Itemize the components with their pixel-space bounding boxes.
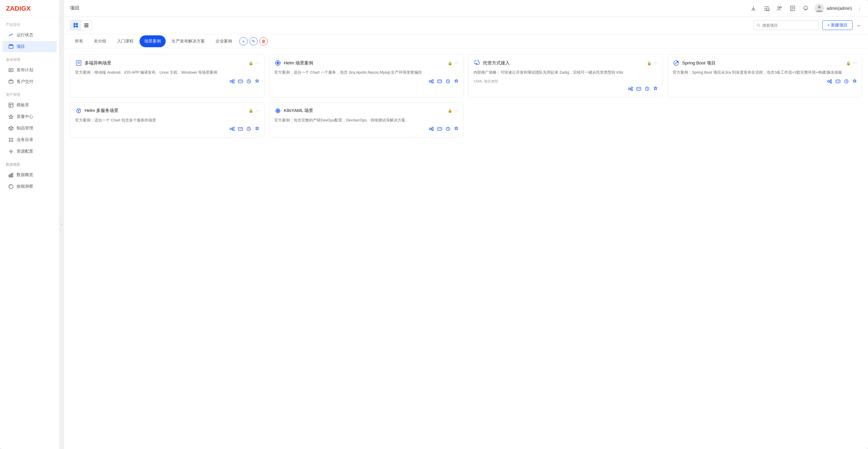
env-icon-5[interactable] <box>437 126 442 132</box>
insight-icon <box>8 184 14 189</box>
service-icon-3[interactable] <box>844 79 849 85</box>
artifact-icon <box>8 126 14 131</box>
project-card-spring-boot[interactable]: Spring Boot 项目 🔒 ··· 官方案例：Spring Boot 项目… <box>668 54 862 97</box>
svg-rect-34 <box>76 26 78 27</box>
search-box <box>753 21 819 30</box>
sidebar-item-xiaoneng[interactable]: 效能洞察 <box>2 181 57 192</box>
helm-multi-icon <box>75 107 82 114</box>
svg-rect-74 <box>830 80 832 81</box>
download-icon[interactable] <box>749 4 757 12</box>
docs-icon[interactable] <box>788 4 797 12</box>
workflow-icon-5[interactable] <box>429 126 434 132</box>
sidebar-item-kehu[interactable]: 客户交付 <box>2 76 57 87</box>
sidebar-item-zhipin[interactable]: 制品管理 <box>2 123 57 134</box>
card-more-3[interactable]: ··· <box>853 60 857 66</box>
card-actions-2 <box>473 86 658 92</box>
sidebar-item-xiangmu[interactable]: 项目 <box>2 41 57 52</box>
service-icon-0[interactable] <box>246 79 251 85</box>
card-desc-k8s-yaml: 官方案例：包含完整的产研DevOps配置，DevSecOps、持续测试等解决方案… <box>274 117 459 123</box>
list-view-button[interactable] <box>81 21 92 30</box>
card-more-5[interactable]: ··· <box>455 108 459 114</box>
section-label-publish: 发布管理 <box>0 53 59 64</box>
tab-ungrouped[interactable]: 未分组 <box>89 35 111 47</box>
sidebar-item-shuju[interactable]: 数据概览 <box>2 169 57 181</box>
svg-rect-1 <box>9 44 11 46</box>
card-header-helm-scene: Helm 场景案例 🔒 ··· <box>274 59 459 66</box>
workflow-icon-3[interactable] <box>827 79 832 85</box>
sidebar-item-mubankua[interactable]: 模板库 <box>2 99 57 111</box>
lock-icon-2: 🔒 <box>647 61 652 65</box>
project-card-hosted-access[interactable]: 托管方式接入 🔒 ··· 内部推广策略：可快速让开发和测试团队先用起来 Zadi… <box>468 54 663 97</box>
service-icon-2[interactable] <box>645 86 650 92</box>
workflow-icon-2[interactable] <box>628 86 633 92</box>
card-title-hosted-access: 托管方式接入 <box>483 60 645 66</box>
user-menu[interactable]: admin(admin) <box>814 4 852 13</box>
config-icon-3[interactable] <box>852 79 857 85</box>
svg-point-23 <box>778 6 779 8</box>
tab-add-button[interactable]: + <box>239 37 248 46</box>
service-icon-1[interactable] <box>445 79 450 85</box>
quality-icon <box>8 114 14 119</box>
svg-rect-3 <box>9 69 13 71</box>
card-header-helm-multi: Helm 多服务场景 🔒 ··· <box>75 107 259 114</box>
service-icon-5[interactable] <box>445 126 450 132</box>
sidebar-item-label-ziyuan: 资源配置 <box>17 149 33 154</box>
sidebar-item-yunxing[interactable]: 运行状态 <box>2 29 57 41</box>
sidebar-item-zhiliang[interactable]: 质量中心 <box>2 111 57 122</box>
card-more-2[interactable]: ··· <box>654 60 658 66</box>
header-more-button[interactable]: ⋮ <box>857 5 862 11</box>
tab-release[interactable]: 生产发布解决方案 <box>167 35 210 47</box>
tab-edit-button[interactable]: ✎ <box>249 37 258 46</box>
env-icon-4[interactable] <box>238 126 243 132</box>
project-grid: 多端异构场景 🔒 ··· 官方案例：移动端 Android、iOS APP 编译… <box>64 49 868 449</box>
search-input[interactable] <box>762 23 815 28</box>
logo: ZADIGX <box>0 0 59 18</box>
sidebar-section-product: 产品交付 运行状态 项目 <box>0 18 59 53</box>
main-content: 项目 <box>64 0 868 449</box>
env-icon-0[interactable] <box>238 79 243 85</box>
header: 项目 <box>64 0 868 17</box>
tab-enterprise[interactable]: 企业案例 <box>211 35 237 47</box>
svg-rect-2 <box>11 44 12 46</box>
svg-point-17 <box>10 151 12 152</box>
sidebar-item-fabu[interactable]: 发布计划 <box>2 64 57 76</box>
card-more-0[interactable]: ··· <box>256 60 259 66</box>
config-icon-2[interactable] <box>653 86 658 92</box>
bell-icon[interactable] <box>802 4 810 12</box>
config-icon-0[interactable] <box>255 79 259 85</box>
grid-view-button[interactable] <box>70 21 81 30</box>
sidebar-item-yewu[interactable]: 业务目录 <box>2 134 57 146</box>
card-desc-multi-platform: 官方案例：移动端 Android、iOS APP 编译发布、Linux 主机、W… <box>75 69 259 76</box>
card-more-1[interactable]: ··· <box>455 60 459 66</box>
svg-rect-77 <box>836 80 840 83</box>
card-more-4[interactable]: ··· <box>256 108 259 114</box>
tab-scene[interactable]: 场景案例 <box>140 35 166 47</box>
env-icon-2[interactable] <box>637 86 641 92</box>
config-icon-4[interactable] <box>255 126 259 132</box>
config-icon-5[interactable] <box>454 126 459 132</box>
env-icon-3[interactable] <box>836 79 840 85</box>
workflow-icon-1[interactable] <box>429 79 434 85</box>
sidebar-item-ziyuan[interactable]: 资源配置 <box>2 146 57 157</box>
tab-delete-button[interactable]: 🗑 <box>259 37 268 46</box>
card-header-spring-boot: Spring Boot 项目 🔒 ··· <box>673 59 857 66</box>
logo-text: ZADIGX <box>6 5 31 12</box>
svg-rect-95 <box>438 127 442 130</box>
project-card-k8s-yaml[interactable]: K8sYAML 场景 🔒 ··· 官方案例：包含完整的产研DevOps配置，De… <box>269 102 464 138</box>
env-icon-1[interactable] <box>437 79 442 85</box>
translate-icon[interactable] <box>762 4 771 12</box>
workflow-icon-0[interactable] <box>230 79 235 85</box>
project-card-helm-multi[interactable]: Helm 多服务场景 🔒 ··· 官方案例：适合一个 Chart 包含多个服务的… <box>70 102 265 138</box>
config-icon-1[interactable] <box>454 79 459 85</box>
service-icon-4[interactable] <box>246 126 251 132</box>
users-icon[interactable] <box>775 4 784 12</box>
project-card-helm-scene[interactable]: Helm 场景案例 🔒 ··· 官方案例：适合一个 Chart 一个服务，包含 … <box>269 54 464 97</box>
workflow-icon-4[interactable] <box>230 126 235 132</box>
project-card-multi-platform[interactable]: 多端异构场景 🔒 ··· 官方案例：移动端 Android、iOS APP 编译… <box>70 54 265 97</box>
tab-all[interactable]: 所有 <box>70 35 88 47</box>
tab-intro[interactable]: 入门课程 <box>112 35 138 47</box>
search-icon <box>757 23 761 27</box>
new-project-button[interactable]: + 新建项目 <box>822 21 852 30</box>
svg-point-30 <box>818 6 821 9</box>
sidebar-collapse-button[interactable]: ‹ <box>59 0 64 449</box>
